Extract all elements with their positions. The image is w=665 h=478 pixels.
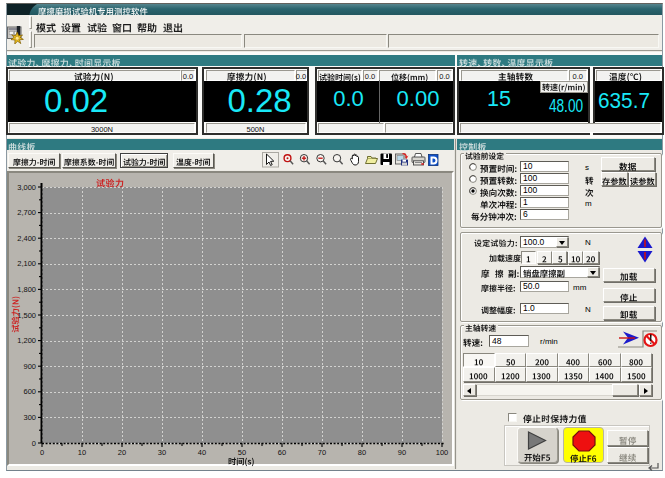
svg-text:20: 20 (118, 448, 126, 457)
svg-text:300: 300 (23, 413, 36, 422)
svg-text:80: 80 (358, 448, 366, 457)
svg-text:70: 70 (318, 448, 326, 457)
svg-text:100: 100 (436, 448, 449, 457)
svg-text:1,200: 1,200 (17, 336, 36, 345)
svg-text:10: 10 (78, 448, 86, 457)
svg-text:60: 60 (278, 448, 286, 457)
svg-text:2,700: 2,700 (17, 208, 36, 217)
svg-text:2,400: 2,400 (17, 234, 36, 243)
svg-text:600: 600 (23, 387, 36, 396)
svg-text:0: 0 (32, 439, 36, 448)
svg-text:40: 40 (198, 448, 206, 457)
svg-text:900: 900 (23, 362, 36, 371)
svg-text:3,000: 3,000 (17, 183, 36, 192)
svg-text:2,100: 2,100 (17, 259, 36, 268)
svg-text:90: 90 (398, 448, 406, 457)
svg-text:0: 0 (40, 448, 44, 457)
svg-text:30: 30 (158, 448, 166, 457)
svg-text:1,800: 1,800 (17, 285, 36, 294)
